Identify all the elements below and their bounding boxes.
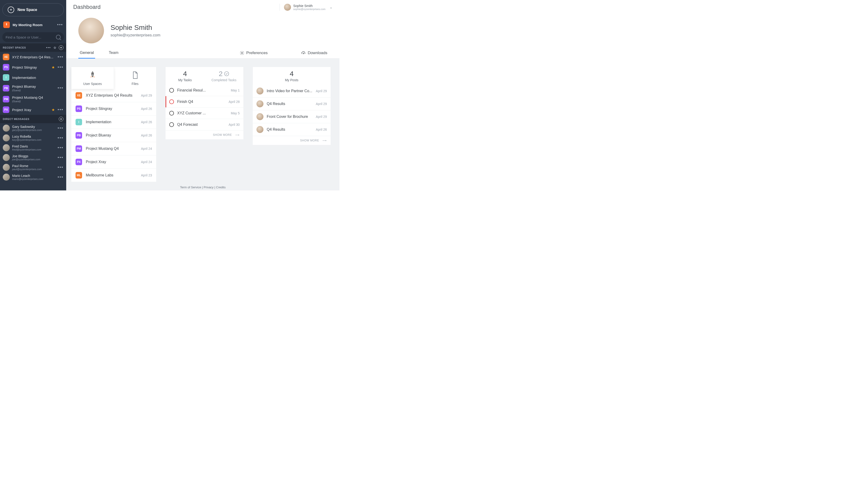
task-item[interactable]: XYZ Customer ... May 5 bbox=[165, 108, 243, 119]
footer-privacy[interactable]: Privacy bbox=[204, 185, 214, 189]
sidebar-space-item[interactable]: PB Project Blueray (Guest) ••• bbox=[0, 83, 66, 93]
sidebar-dm-item[interactable]: Gary Sadowsky gary@xyzenterprises.com ••… bbox=[0, 123, 66, 133]
task-checkbox-icon[interactable] bbox=[169, 99, 174, 104]
space-badge: PM bbox=[75, 145, 82, 152]
avatar bbox=[3, 144, 10, 151]
add-dm-icon[interactable]: + bbox=[59, 117, 63, 121]
list-item[interactable]: PB Project Blueray April 26 bbox=[71, 129, 156, 142]
cloud-download-icon bbox=[301, 51, 306, 55]
dm-menu-icon[interactable]: ••• bbox=[58, 165, 63, 170]
space-name: Mellbourne Labs bbox=[86, 173, 137, 177]
task-checkbox-icon[interactable] bbox=[169, 122, 174, 127]
task-checkbox-icon[interactable] bbox=[169, 111, 174, 116]
files-tab[interactable]: Files bbox=[114, 67, 156, 89]
sidebar-dm-item[interactable]: Fred Davis fred@xyzenterprises.com ••• bbox=[0, 143, 66, 153]
tab-team[interactable]: Team bbox=[107, 48, 120, 59]
downloads-link[interactable]: Downloads bbox=[301, 48, 327, 58]
task-date: April 28 bbox=[229, 100, 240, 104]
completed-caption: Completed Tasks bbox=[212, 78, 237, 82]
check-circle-icon bbox=[224, 71, 229, 76]
plus-icon: + bbox=[8, 6, 14, 13]
my-meeting-room-item[interactable]: My Meeting Room ••• bbox=[0, 19, 66, 30]
sidebar-space-item[interactable]: PM Project Mustang Q4 (Guest) bbox=[0, 93, 66, 105]
preferences-link[interactable]: Preferences bbox=[240, 48, 268, 58]
dm-menu-icon[interactable]: ••• bbox=[58, 175, 63, 180]
add-space-icon[interactable]: + bbox=[59, 45, 63, 50]
sidebar-dm-item[interactable]: Lucy Robella lucy@xyzenterprises.com ••• bbox=[0, 133, 66, 143]
meeting-room-menu-icon[interactable]: ••• bbox=[57, 22, 63, 27]
post-name: Intro Video for Partner Co... bbox=[267, 89, 313, 93]
space-name: Project Mustang Q4 bbox=[86, 147, 137, 151]
post-item[interactable]: Q4 Results April 26 bbox=[253, 123, 331, 136]
posts-show-more[interactable]: SHOW MORE ⟶ bbox=[253, 136, 331, 145]
list-item[interactable]: I Implementation April 26 bbox=[71, 116, 156, 129]
sidebar-dm-item[interactable]: Paul Rome paul@xyzenterprises.com ••• bbox=[0, 163, 66, 172]
dm-email: paul@xyzenterprises.com bbox=[12, 168, 55, 171]
space-name: Project Xray bbox=[12, 108, 49, 112]
post-item[interactable]: Q4 Results April 29 bbox=[253, 97, 331, 110]
tab-general[interactable]: General bbox=[78, 48, 95, 59]
space-badge: I bbox=[3, 74, 9, 81]
task-item[interactable]: Q4 Forecast April 30 bbox=[165, 119, 243, 131]
list-item[interactable]: PX Project Xray April 24 bbox=[71, 155, 156, 169]
post-item[interactable]: Front Cover for Brochure April 29 bbox=[253, 110, 331, 123]
recent-spaces-title: RECENT SPACES bbox=[3, 46, 46, 49]
user-email: sophie@xyzenterprises.com bbox=[293, 8, 326, 10]
star-outline-icon[interactable]: ☆ bbox=[53, 46, 57, 50]
dm-menu-icon[interactable]: ••• bbox=[58, 136, 63, 141]
space-badge: XE bbox=[3, 54, 9, 60]
dm-email: joe@xyzenterprises.com bbox=[12, 158, 55, 161]
user-menu[interactable]: Sophie Smith sophie@xyzenterprises.com ⌄ bbox=[280, 4, 333, 11]
post-name: Front Cover for Brochure bbox=[267, 115, 313, 119]
footer-tos[interactable]: Term of Service bbox=[180, 185, 201, 189]
user-name: Sophie Smith bbox=[293, 4, 326, 8]
space-menu-icon[interactable]: ••• bbox=[58, 107, 63, 112]
task-item[interactable]: Financial Resul... May 1 bbox=[165, 85, 243, 96]
my-tasks-tab[interactable]: 4 My Tasks bbox=[165, 67, 205, 85]
star-filled-icon[interactable]: ★ bbox=[52, 65, 55, 69]
user-spaces-tab[interactable]: User Spaces bbox=[71, 67, 114, 89]
space-menu-icon[interactable]: ••• bbox=[58, 55, 63, 59]
task-checkbox-icon[interactable] bbox=[169, 88, 174, 93]
sidebar-dm-item[interactable]: Mario Leach mario@xyzenterprises.com ••• bbox=[0, 172, 66, 182]
profile-name: Sophie Smith bbox=[111, 24, 160, 31]
list-item[interactable]: XE XYZ Enterprises Q4 Results April 29 bbox=[71, 89, 156, 102]
post-name: Q4 Results bbox=[267, 127, 313, 132]
sidebar-dm-item[interactable]: Joe Bloggs joe@xyzenterprises.com ••• bbox=[0, 153, 66, 163]
space-menu-icon[interactable]: ••• bbox=[58, 86, 63, 91]
profile-email: sophie@xyzenterprises.com bbox=[111, 33, 160, 37]
space-name: Project Stingray bbox=[12, 65, 49, 69]
search-input[interactable] bbox=[6, 35, 56, 39]
dm-menu-icon[interactable]: ••• bbox=[58, 126, 63, 131]
space-menu-icon[interactable]: ••• bbox=[58, 65, 63, 70]
post-item[interactable]: Intro Video for Partner Co... April 29 bbox=[253, 85, 331, 97]
task-name: Finish Q4 bbox=[177, 99, 225, 104]
dm-menu-icon[interactable]: ••• bbox=[58, 155, 63, 160]
sidebar-space-item[interactable]: XE XYZ Enterprises Q4 Res... ••• bbox=[0, 52, 66, 62]
task-name: Financial Resul... bbox=[177, 88, 227, 92]
completed-tasks-tab[interactable]: 2 Completed Tasks bbox=[205, 67, 243, 85]
user-spaces-caption: User Spaces bbox=[83, 82, 102, 86]
search-icon[interactable] bbox=[56, 35, 61, 39]
sidebar-space-item[interactable]: I Implementation bbox=[0, 73, 66, 83]
file-icon bbox=[131, 71, 138, 80]
dm-email: mario@xyzenterprises.com bbox=[12, 178, 55, 180]
star-filled-icon[interactable]: ★ bbox=[52, 108, 55, 112]
new-space-button[interactable]: + New Space bbox=[2, 3, 64, 16]
sidebar-space-item[interactable]: PX Project Xray ★ ••• bbox=[0, 105, 66, 115]
space-name: Implementation bbox=[86, 120, 137, 124]
list-item[interactable]: PS Project Stingray April 26 bbox=[71, 102, 156, 116]
list-item[interactable]: PM Project Mustang Q4 April 24 bbox=[71, 142, 156, 155]
sidebar-space-item[interactable]: PS Project Stingray ★ ••• bbox=[0, 62, 66, 73]
avatar bbox=[256, 100, 264, 107]
list-item[interactable]: ML Mellbourne Labs April 23 bbox=[71, 169, 156, 182]
tasks-list: Financial Resul... May 1 Finish Q4 April… bbox=[165, 85, 243, 131]
footer-credits[interactable]: Credits bbox=[216, 185, 226, 189]
my-posts-tab[interactable]: 4 My Posts bbox=[253, 67, 331, 85]
task-item[interactable]: Finish Q4 April 28 bbox=[165, 96, 243, 108]
dm-menu-icon[interactable]: ••• bbox=[58, 145, 63, 150]
tasks-show-more[interactable]: SHOW MORE ⟶ bbox=[165, 131, 243, 139]
recent-spaces-menu-icon[interactable]: ••• bbox=[46, 46, 51, 50]
avatar bbox=[3, 174, 10, 181]
my-posts-count: 4 bbox=[290, 70, 294, 78]
